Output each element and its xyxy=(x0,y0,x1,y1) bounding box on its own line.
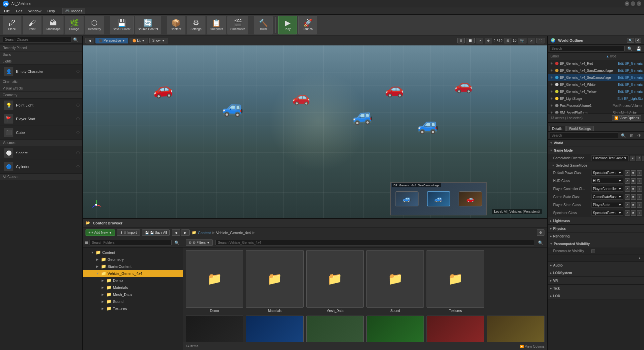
default-pawn-action-1[interactable]: ↗ xyxy=(625,170,630,176)
precomputed-header[interactable]: ▼ Precomputed Visibility xyxy=(548,240,644,247)
build-button[interactable]: 🔨 Build xyxy=(254,16,273,34)
save-all-button[interactable]: 💾 💾 Save All xyxy=(142,229,170,236)
folder-item-demo[interactable]: ▶ 📁 Demo xyxy=(83,277,183,284)
cinematics-button[interactable]: 🎬 Cinematics xyxy=(227,16,249,34)
toolbar-place-mode[interactable]: 🖊 Place xyxy=(3,16,21,34)
outliner-item-postprocess[interactable]: 👁 PostProcessVolume1 PostProcessVolume xyxy=(548,102,644,109)
cb-back-button[interactable]: ◀ xyxy=(172,229,180,236)
gamemode-action-3[interactable]: + xyxy=(642,156,644,161)
gamemode-action-1[interactable]: ↗ xyxy=(630,156,635,161)
hud-class-value[interactable]: HUD ▼ xyxy=(591,178,623,184)
placement-item-sphere[interactable]: ⚪ Sphere ⓘ xyxy=(0,146,82,160)
menu-window[interactable]: Window xyxy=(26,8,44,14)
player-state-action-2[interactable]: ↺ xyxy=(631,202,636,208)
details-search-input[interactable] xyxy=(549,133,618,138)
outliner-edit-seacamo[interactable]: Edit BP_Generic xyxy=(618,76,643,79)
precompute-vis-checkbox[interactable] xyxy=(591,249,595,253)
rendering-header[interactable]: ▶ Rendering xyxy=(548,232,644,240)
outliner-item-bp-seacamo[interactable]: 👁 BP_Generic_4x4_SeaCamouflage Edit BP_G… xyxy=(548,74,644,81)
placement-item-player-start[interactable]: 🚩 Player Start ⓘ xyxy=(0,112,82,126)
default-pawn-value[interactable]: SpectatorPawn ▼ xyxy=(591,170,623,176)
folder-item-textures[interactable]: ▶ 📁 Textures xyxy=(83,305,183,312)
player-state-action-3[interactable]: + xyxy=(637,202,642,208)
outliner-edit-red[interactable]: Edit BP_Generic xyxy=(618,62,643,65)
point-light-info[interactable]: ⓘ xyxy=(76,103,79,108)
precomputed-collapse-arrow[interactable]: ▲ xyxy=(638,256,641,260)
lod-system-header[interactable]: ▶ LODSystem xyxy=(548,269,644,277)
settings-button[interactable]: ⚙ Settings xyxy=(187,16,205,34)
folder-item-content[interactable]: ▼ 📁 Content xyxy=(83,249,183,256)
outliner-vis-btn-white[interactable]: 👁 xyxy=(549,82,554,87)
asset-bp-forest[interactable]: 🚙 BP_Generic_4x4_Forest Camouflage xyxy=(306,316,364,342)
outliner-edit-white[interactable]: Edit BP_Generic xyxy=(618,83,643,86)
player-ctrl-action-2[interactable]: ↺ xyxy=(631,186,636,192)
category-geometry[interactable]: Geometry xyxy=(0,92,82,99)
vp-camera-btn[interactable]: 📷 xyxy=(518,38,526,43)
outliner-vis-btn-light[interactable]: 👁 xyxy=(549,96,554,101)
spectator-action-1[interactable]: ↗ xyxy=(625,210,630,216)
game-state-action-1[interactable]: ↗ xyxy=(625,194,630,200)
col-type-header[interactable]: Type xyxy=(609,54,643,58)
col-label-header[interactable]: Label xyxy=(549,54,606,58)
player-ctrl-action-3[interactable]: + xyxy=(637,186,642,192)
lit-btn[interactable]: Lit ▼ xyxy=(130,38,148,43)
cb-search-input[interactable] xyxy=(215,240,534,245)
tab-details[interactable]: Details xyxy=(549,126,566,131)
toolbar-foliage-mode[interactable]: 🌿 Foliage xyxy=(65,16,84,34)
default-pawn-action-3[interactable]: + xyxy=(637,170,642,176)
outliner-item-lightstage[interactable]: 👁 BP_LightStage Edit BP_LightStu xyxy=(548,95,644,102)
default-pawn-action-2[interactable]: ↺ xyxy=(631,170,636,176)
outliner-search-input[interactable] xyxy=(549,46,625,51)
player-state-value[interactable]: PlayerState ▼ xyxy=(591,202,623,208)
placement-item-cylinder[interactable]: 🔵 Cylinder ⓘ xyxy=(0,160,82,174)
close-button[interactable]: ✕ xyxy=(637,1,641,6)
outliner-item-sm-asset[interactable]: 👁 SM_AssetPlatform StaticMeshActor xyxy=(548,109,644,114)
asset-folder-mesh-data[interactable]: 📁 Mesh_Data xyxy=(306,250,364,313)
asset-bp-black[interactable]: 🚙 BP_Generic_4x4_Black xyxy=(186,316,243,342)
search-classes-button[interactable]: 🔍 xyxy=(72,37,79,42)
placement-item-empty-character[interactable]: 👤 Empty Character ⓘ xyxy=(0,65,82,78)
vp-align-btn[interactable]: ↗ xyxy=(476,38,483,43)
tab-world-settings[interactable]: World Settings xyxy=(566,126,594,131)
cb-folder-search-input[interactable] xyxy=(90,240,172,245)
outliner-item-bp-yellow[interactable]: 👁 BP_Generic_4x4_Yellow Edit BP_Generic xyxy=(548,88,644,95)
category-cinematic[interactable]: Cinematic xyxy=(0,78,82,85)
spectator-action-2[interactable]: ↺ xyxy=(631,210,636,216)
outliner-vis-btn-sand[interactable]: 👁 xyxy=(549,68,554,73)
sphere-info[interactable]: ⓘ xyxy=(76,151,79,155)
details-grid-btn[interactable]: ⊞ xyxy=(629,133,635,138)
empty-character-info[interactable]: ⓘ xyxy=(76,69,79,74)
vr-header[interactable]: ▶ VR xyxy=(548,277,644,284)
cube-info[interactable]: ⓘ xyxy=(76,131,79,135)
hud-action-2[interactable]: ↺ xyxy=(631,178,636,184)
add-new-button[interactable]: + + Add New ▼ xyxy=(86,229,115,236)
vp-wireframe-btn[interactable]: ⊞ xyxy=(457,38,465,43)
folder-item-sound[interactable]: ▶ 📁 Sound xyxy=(83,298,183,305)
lightmass-header[interactable]: ▶ Lightmass xyxy=(548,217,644,224)
audio-header[interactable]: ▶ Audio xyxy=(548,261,644,269)
minimize-button[interactable]: ─ xyxy=(625,1,629,6)
menu-file[interactable]: File xyxy=(1,8,13,14)
launch-button[interactable]: 🚀 Launch xyxy=(298,16,317,34)
cylinder-info[interactable]: ⓘ xyxy=(76,165,79,169)
play-button[interactable]: ▶ Play xyxy=(278,16,297,34)
folder-item-starter-content[interactable]: ▶ 📁 StarterContent xyxy=(83,263,183,270)
physics-header[interactable]: ▶ Physics xyxy=(548,225,644,232)
folder-item-vehicle-generic[interactable]: ▼ 📁 Vehicle_Generic_4x4 xyxy=(83,270,183,277)
tick-header[interactable]: ▶ Tick xyxy=(548,285,644,292)
hud-action-1[interactable]: ↗ xyxy=(625,178,630,184)
spectator-value[interactable]: SpectatorPawn ▼ xyxy=(591,210,623,216)
menu-edit[interactable]: Edit xyxy=(13,8,25,14)
toolbar-paint-mode[interactable]: 🖌 Paint xyxy=(23,16,41,34)
cb-breadcrumb-content[interactable]: Content xyxy=(198,231,211,235)
category-recently-placed[interactable]: Recently Placed xyxy=(0,45,82,51)
outliner-save-btn[interactable]: 💾 xyxy=(635,46,643,51)
source-control-button[interactable]: 🔄 Source Control xyxy=(135,16,161,34)
placement-item-cube[interactable]: ⬛ Cube ⓘ xyxy=(0,126,82,140)
player-start-info[interactable]: ⓘ xyxy=(76,117,79,121)
category-all-classes[interactable]: All Classes xyxy=(0,174,82,180)
asset-bp-blue[interactable]: 🚙 BP_Generic_4x4_Blue xyxy=(246,316,303,342)
outliner-vis-btn-postprocess[interactable]: 👁 xyxy=(549,103,554,108)
category-visual-effects[interactable]: Visual Effects xyxy=(0,85,82,92)
section-gamemode[interactable]: ▼ Game Mode xyxy=(548,147,644,154)
